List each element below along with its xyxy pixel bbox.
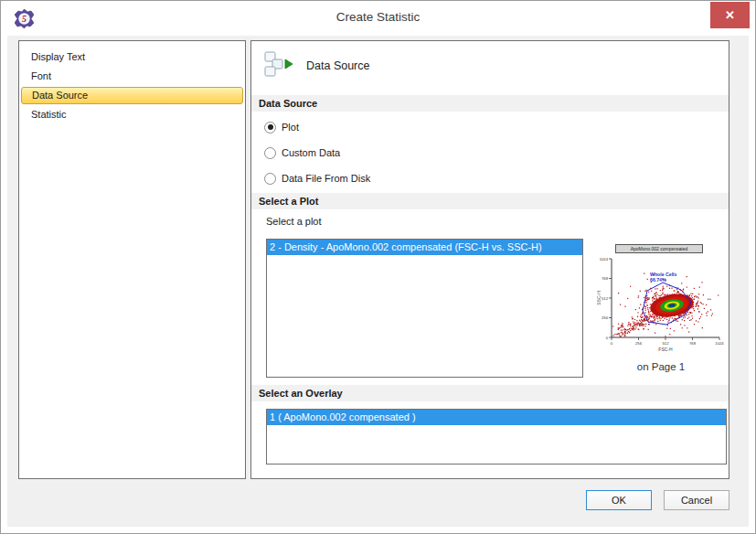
dialog-title: Create Statistic <box>1 1 755 32</box>
radio-unselected-icon <box>264 147 276 159</box>
section-header-data-source: Data Source <box>251 95 729 112</box>
section-header-select-an-overlay: Select an Overlay <box>251 385 729 401</box>
radio-custom-data[interactable]: Custom Data <box>264 146 340 159</box>
svg-text:1024: 1024 <box>715 341 724 346</box>
select-a-plot-label: Select a plot <box>266 216 322 227</box>
preview-page-caption: on Page 1 <box>597 361 725 372</box>
settings-category-list: Display Text Font Data Source Statistic <box>18 40 246 479</box>
titlebar: 5 Create Statistic ✕ <box>1 1 755 36</box>
gate-percent-label: 66.74% <box>650 277 666 283</box>
y-axis-label: SSC-H <box>597 291 602 305</box>
close-button[interactable]: ✕ <box>710 2 750 28</box>
panel-title: Data Source <box>306 59 369 72</box>
sidebar-item-display-text[interactable]: Display Text <box>21 48 243 67</box>
plot-preview-title: ApoMono.002 compensated <box>615 244 703 253</box>
svg-text:512: 512 <box>663 341 670 346</box>
radio-selected-icon <box>264 122 276 134</box>
sidebar-item-data-source[interactable]: Data Source <box>21 87 243 104</box>
plot-list-item[interactable]: 2 - Density - ApoMono.002 compensated (F… <box>267 240 582 255</box>
svg-text:768: 768 <box>602 276 609 281</box>
x-axis-label: FSC-H <box>658 347 673 352</box>
overlay-listbox[interactable]: 1 ( ApoMono.002 compensated ) <box>266 409 727 465</box>
cancel-button[interactable]: Cancel <box>664 490 729 510</box>
radio-data-file-from-disk[interactable]: Data File From Disk <box>264 172 370 185</box>
plot-preview: ApoMono.002 compensated 1024 768 512 256 <box>597 244 725 378</box>
svg-text:256: 256 <box>602 315 609 320</box>
section-header-select-a-plot: Select a Plot <box>251 193 729 209</box>
svg-text:256: 256 <box>635 341 643 346</box>
data-source-flowchart-icon <box>264 51 297 82</box>
radio-unselected-icon <box>264 173 276 185</box>
svg-text:0: 0 <box>611 341 613 346</box>
overlay-list-item[interactable]: 1 ( ApoMono.002 compensated ) <box>267 410 726 425</box>
sidebar-item-font[interactable]: Font <box>21 67 243 86</box>
svg-text:512: 512 <box>602 296 609 301</box>
ok-button[interactable]: OK <box>586 490 652 510</box>
create-statistic-dialog: 5 Create Statistic ✕ Display Text Font D… <box>0 0 756 534</box>
sidebar-item-statistic[interactable]: Statistic <box>21 105 243 124</box>
plot-listbox[interactable]: 2 - Density - ApoMono.002 compensated (F… <box>266 239 583 378</box>
data-source-panel: Data Source Data Source Plot Custom Data… <box>250 40 729 479</box>
density-plot-thumbnail: 1024 768 512 256 0 0 256 512 <box>597 253 725 356</box>
svg-text:768: 768 <box>689 341 697 346</box>
svg-text:0: 0 <box>606 336 609 340</box>
close-icon: ✕ <box>725 8 735 22</box>
svg-text:1024: 1024 <box>600 257 609 262</box>
radio-plot[interactable]: Plot <box>264 121 299 134</box>
